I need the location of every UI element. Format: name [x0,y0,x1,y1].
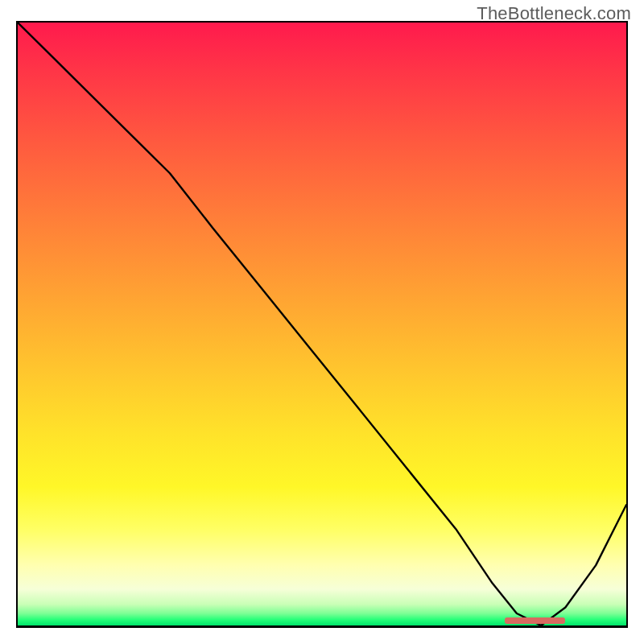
plot-area [16,21,628,628]
chart-frame: TheBottleneck.com [0,0,644,644]
curve-layer [18,23,626,625]
optimum-marker [505,617,566,624]
bottleneck-curve-path [18,23,626,625]
